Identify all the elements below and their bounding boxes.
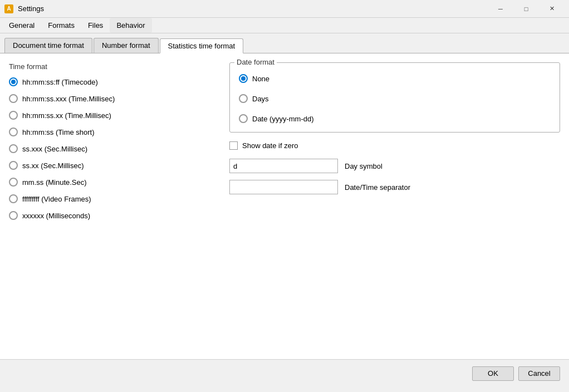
tab-document-time[interactable]: Document time format (4, 38, 92, 53)
radio-input-timecode[interactable] (9, 77, 18, 86)
datetime-separator-row: Date/Time separator (229, 180, 560, 194)
radio-milliseconds[interactable]: xxxxxx (Milliseconds) (9, 211, 220, 220)
radio-input-date-days[interactable] (239, 94, 248, 103)
tab-bar: Document time format Number format Stati… (0, 33, 569, 53)
radio-time-millisec-xx[interactable]: hh:mm:ss.xx (Time.Millisec) (9, 111, 220, 120)
radio-input-minute-sec[interactable] (9, 178, 18, 187)
minimize-button[interactable]: ─ (488, 0, 513, 18)
app-icon: A (4, 4, 13, 13)
radio-input-date-yyyy[interactable] (239, 114, 248, 123)
radio-input-date-none[interactable] (239, 74, 248, 83)
menu-item-formats[interactable]: Formats (41, 18, 81, 33)
menu-bar: General Formats Files Behavior (0, 18, 569, 33)
radio-label-time-short: hh:mm:ss (Time short) (22, 128, 95, 136)
title-bar: A Settings ─ □ ✕ (0, 0, 569, 18)
tab-statistics-time[interactable]: Statistics time format (160, 38, 244, 53)
radio-label-millisec-xxx: hh:mm:ss.xxx (Time.Millisec) (22, 95, 115, 103)
datetime-separator-input[interactable] (229, 180, 338, 194)
cancel-button[interactable]: Cancel (518, 366, 560, 381)
radio-label-sec-millisec-xx: ss.xx (Sec.Millisec) (22, 161, 84, 170)
radio-date-none[interactable]: None (239, 74, 551, 83)
show-date-if-zero-item: Show date if zero (229, 141, 560, 150)
maximize-button[interactable]: □ (513, 0, 539, 18)
left-panel: Time format hh:mm:ss:ff (Timecode) hh:mm… (9, 62, 220, 350)
ok-button[interactable]: OK (472, 366, 514, 381)
radio-input-milliseconds[interactable] (9, 211, 18, 220)
radio-label-video-frames: fffffffff (Video Frames) (22, 195, 91, 203)
radio-label-minute-sec: mm.ss (Minute.Sec) (22, 178, 87, 187)
menu-item-general[interactable]: General (2, 18, 41, 33)
radio-label-timecode: hh:mm:ss:ff (Timecode) (22, 78, 98, 86)
window-title: Settings (18, 4, 488, 13)
radio-label-milliseconds: xxxxxx (Milliseconds) (22, 212, 90, 220)
radio-minute-sec[interactable]: mm.ss (Minute.Sec) (9, 178, 220, 187)
day-symbol-input[interactable] (229, 159, 338, 173)
radio-sec-millisec-xx[interactable]: ss.xx (Sec.Millisec) (9, 161, 220, 170)
radio-sec-millisec-xxx[interactable]: ss.xxx (Sec.Millisec) (9, 144, 220, 153)
radio-label-date-none: None (252, 75, 269, 83)
time-format-radio-group: hh:mm:ss:ff (Timecode) hh:mm:ss.xxx (Tim… (9, 77, 220, 220)
date-format-legend: Date format (234, 58, 277, 66)
day-symbol-row: Day symbol (229, 159, 560, 173)
radio-label-date-days: Days (252, 95, 269, 103)
date-radio-group: None Days Date (yyyy-mm-dd) (239, 70, 551, 123)
show-date-if-zero-checkbox[interactable] (229, 141, 238, 150)
datetime-separator-label: Date/Time separator (345, 183, 410, 192)
radio-time-short[interactable]: hh:mm:ss (Time short) (9, 128, 220, 136)
radio-label-millisec-xx: hh:mm:ss.xx (Time.Millisec) (22, 111, 111, 120)
menu-item-behavior[interactable]: Behavior (110, 18, 151, 33)
title-bar-buttons: ─ □ ✕ (488, 0, 565, 18)
radio-input-millisec-xxx[interactable] (9, 94, 18, 103)
tab-number-format[interactable]: Number format (94, 38, 159, 53)
radio-date-days[interactable]: Days (239, 94, 551, 103)
radio-video-frames[interactable]: fffffffff (Video Frames) (9, 194, 220, 203)
radio-timecode[interactable]: hh:mm:ss:ff (Timecode) (9, 77, 220, 86)
radio-input-sec-millisec-xx[interactable] (9, 161, 18, 170)
radio-label-date-yyyy: Date (yyyy-mm-dd) (252, 115, 314, 123)
menu-item-files[interactable]: Files (81, 18, 110, 33)
radio-input-video-frames[interactable] (9, 194, 18, 203)
close-button[interactable]: ✕ (539, 0, 565, 18)
right-panel: Date format None Days Date (yyyy-mm-dd) (229, 62, 560, 350)
radio-input-time-short[interactable] (9, 128, 18, 136)
time-format-title: Time format (9, 62, 220, 71)
day-symbol-label: Day symbol (345, 162, 382, 170)
date-format-group: Date format None Days Date (yyyy-mm-dd) (229, 62, 560, 133)
main-content: Time format hh:mm:ss:ff (Timecode) hh:mm… (0, 53, 569, 359)
show-date-if-zero-label: Show date if zero (242, 141, 298, 150)
radio-input-sec-millisec-xxx[interactable] (9, 144, 18, 153)
bottom-bar: OK Cancel (0, 359, 569, 387)
radio-date-yyyy[interactable]: Date (yyyy-mm-dd) (239, 114, 551, 123)
radio-input-millisec-xx[interactable] (9, 111, 18, 120)
radio-label-sec-millisec-xxx: ss.xxx (Sec.Millisec) (22, 145, 87, 153)
radio-time-millisec-xxx[interactable]: hh:mm:ss.xxx (Time.Millisec) (9, 94, 220, 103)
